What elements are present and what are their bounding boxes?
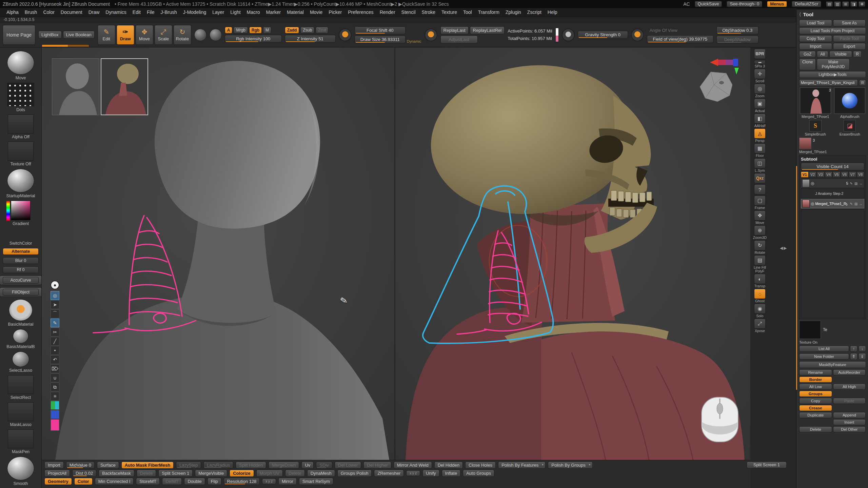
menu-item[interactable]: Edit (130, 8, 144, 17)
grid-icon[interactable]: ▥ (834, 1, 841, 7)
subtool-tab[interactable]: V4 (825, 171, 833, 178)
bottom-button[interactable]: Surface (97, 462, 119, 469)
move-top-icon[interactable]: ⇑ (850, 353, 857, 360)
select-lasso-thumb[interactable]: SelectLasso (9, 351, 32, 373)
help-icon[interactable]: ? (752, 184, 768, 195)
stroke-dots-thumb[interactable]: Dots (7, 83, 34, 112)
stroke-move-thumb[interactable]: Move (7, 51, 34, 80)
bottom-button[interactable]: Auto Groups (463, 470, 494, 477)
pencil-icon[interactable]: ✎ (51, 319, 59, 327)
zadd-button[interactable]: Zadd (285, 27, 299, 34)
trash-icon[interactable]: ⌦ (51, 364, 59, 373)
bottom-button[interactable]: Inflate (442, 470, 460, 477)
bottom-button[interactable]: Split Screen 1 (158, 470, 193, 477)
menu-item[interactable]: Light (227, 8, 243, 17)
undo-icon[interactable]: ↶ (51, 355, 59, 364)
tray-thumbnail[interactable] (7, 51, 34, 75)
tool-panel-button[interactable]: Copy Tool (799, 35, 832, 42)
zoom3d-icon[interactable]: ⊕ Zoom3D (752, 225, 768, 240)
adjust-last-button[interactable]: AdjustLast (440, 36, 478, 43)
subtool-action-button[interactable]: Del Other (833, 426, 866, 432)
bottom-button[interactable]: Dist 0.02 (72, 470, 96, 477)
tray-thumbnail[interactable] (13, 329, 28, 343)
bottom-button[interactable]: DynaMesh (307, 470, 335, 477)
bottom-button[interactable]: Smart ReSym (299, 478, 333, 485)
bottom-button[interactable]: Unify (422, 470, 439, 477)
tray-thumbnail[interactable] (7, 456, 34, 480)
r-button[interactable]: R (859, 80, 866, 86)
bottom-button[interactable]: MergeDown (269, 462, 299, 469)
bottom-button[interactable]: Del Lower (335, 462, 361, 469)
rgb-intensity-slider[interactable]: Rgb Intensity 100 (225, 35, 282, 43)
angle-of-view-icon[interactable] (631, 28, 644, 41)
texture-off-thumb[interactable]: Texture Off (8, 142, 34, 166)
swatch-blue-icon[interactable] (51, 410, 59, 419)
bottom-button[interactable]: Resolution 128 (224, 478, 260, 485)
subtool-action-button[interactable]: Rename (799, 369, 832, 375)
menu-item[interactable]: Color (40, 8, 57, 17)
move-down-icon[interactable]: ↓ (859, 346, 866, 352)
tool-panel-button[interactable]: R (853, 51, 862, 58)
image-icon[interactable]: ⧉ (51, 383, 59, 391)
subtool-row-icons[interactable]: ✎ ▨ ↔ (850, 202, 863, 206)
color-picker[interactable]: Gradient (11, 201, 31, 226)
menu-item[interactable]: Dynamics (102, 8, 129, 17)
default-zscript-button[interactable]: DefaultZScr (792, 1, 821, 7)
subtool-tab[interactable]: V3 (817, 171, 825, 178)
aahalf-icon[interactable]: ◧ AAHalf (752, 114, 768, 128)
menu-item[interactable]: Stroke (419, 8, 438, 17)
bottom-button[interactable]: Geometry (44, 478, 72, 485)
menus-button[interactable]: Menus (767, 1, 787, 7)
bottom-button[interactable]: Split Hidden (236, 462, 266, 469)
tray-thumbnail[interactable] (8, 402, 34, 421)
mask-pen-thumb[interactable]: MaskPen (8, 429, 34, 454)
bottom-button[interactable]: Double (184, 478, 205, 485)
gravity-icon[interactable] (562, 28, 575, 41)
menu-item[interactable]: Movie (307, 8, 326, 17)
texture-on-label[interactable]: Texture On (799, 340, 866, 344)
polyframe-icon[interactable]: ▤ Line Fill PolyF (752, 255, 768, 273)
bottom-button[interactable]: Morph UV (256, 470, 283, 477)
subtool-action-button[interactable]: Delete (799, 426, 832, 432)
tray-thumbnail[interactable] (8, 142, 34, 161)
subtool-row[interactable]: ◎ J Anatomy Step-2 ✎ ▨ ↔ (801, 189, 864, 198)
fillobject-button[interactable]: FillObject (0, 287, 42, 297)
bottom-button[interactable]: Close Holes (465, 462, 496, 469)
simple-brush-thumb[interactable]: S SimpleBrush (799, 120, 832, 136)
mrgb-button[interactable]: Mrgb (234, 27, 248, 34)
menu-item[interactable]: Picker (326, 8, 345, 17)
menu-item[interactable]: Preferences (345, 8, 376, 17)
bottom-button[interactable]: Groups Polish (337, 470, 372, 477)
menu-item[interactable]: Stencil (398, 8, 419, 17)
replay-icon[interactable] (425, 28, 437, 41)
tool-panel-button[interactable]: Make PolyMesh3D (817, 59, 850, 70)
gravity-strength-slider[interactable]: Gravity Strength 0 (578, 31, 628, 39)
subtool-tab[interactable]: V2 (809, 171, 817, 178)
split-screen-button[interactable]: Split Screen 1 (747, 462, 787, 468)
tool-panel-button[interactable]: Import (799, 43, 832, 50)
eye-icon[interactable]: ◎ (51, 291, 59, 300)
panel-scroll-indicator[interactable] (796, 166, 797, 390)
alpha-off-thumb[interactable]: Alpha Off (8, 115, 34, 139)
tray-thumbnail[interactable] (8, 228, 34, 240)
current-tool-name[interactable]: Merged_TPose1_Ryan_Kingsli (799, 79, 858, 86)
tray-thumbnail[interactable] (12, 351, 29, 367)
texture-thumbnail[interactable] (799, 321, 821, 339)
alternate-button[interactable]: Alternate (3, 248, 39, 255)
move-icon[interactable]: ✥ Move (752, 210, 768, 225)
menu-item[interactable]: Draw (85, 8, 103, 17)
move-up-icon[interactable]: ↑ (850, 346, 857, 352)
bottom-button[interactable]: Del Higher (363, 462, 391, 469)
visibility-eye-icon[interactable]: ◎ (811, 201, 814, 206)
menu-item[interactable]: Macro (244, 8, 263, 17)
subtool-action-button[interactable]: All High (833, 384, 866, 390)
basic-material-thumb[interactable]: BasicMaterial (8, 299, 33, 327)
xpose-icon[interactable]: ⤢ Xpose (752, 319, 768, 333)
menu-item[interactable]: Material (284, 8, 307, 17)
bottom-button[interactable]: Polish By Features (498, 462, 546, 469)
a-chip[interactable]: A (225, 27, 233, 34)
bottom-button[interactable]: Delete (285, 470, 305, 477)
z-intensity-slider[interactable]: Z Intensity 51 (285, 35, 336, 43)
field-of-view-slider[interactable]: Field of view(deg) 39.59775 (647, 35, 713, 43)
stroke-preview-icon[interactable] (194, 29, 206, 41)
